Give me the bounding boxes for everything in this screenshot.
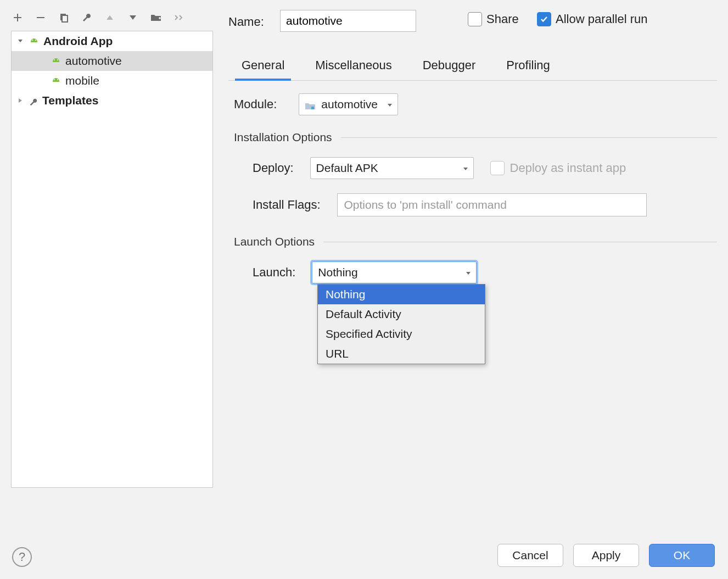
apply-button[interactable]: Apply xyxy=(573,544,639,567)
option-label: Default Activity xyxy=(326,308,401,320)
svg-rect-1 xyxy=(62,15,68,22)
deploy-instant-checkbox: Deploy as instant app xyxy=(490,161,626,175)
deploy-select[interactable]: Default APK xyxy=(310,157,474,179)
install-flags-label: Install Flags: xyxy=(253,198,321,212)
tree-node-templates[interactable]: Templates xyxy=(12,91,212,110)
android-icon xyxy=(51,76,61,86)
launch-options-header: Launch Options xyxy=(234,235,717,248)
tree-toolbar xyxy=(11,11,186,24)
checkbox-icon xyxy=(468,12,482,26)
name-input[interactable] xyxy=(280,10,416,32)
wrench-icon xyxy=(29,96,38,105)
svg-point-5 xyxy=(57,59,58,60)
tab-label: Profiling xyxy=(506,58,550,72)
android-icon xyxy=(51,56,61,66)
overflow-icon[interactable] xyxy=(172,11,186,24)
android-icon xyxy=(29,36,39,46)
move-up-icon[interactable] xyxy=(103,11,116,24)
checkbox-icon xyxy=(490,161,505,175)
deploy-instant-label: Deploy as instant app xyxy=(510,161,626,175)
svg-point-3 xyxy=(35,40,36,41)
launch-option-specified-activity[interactable]: Specified Activity xyxy=(318,324,485,344)
help-button[interactable]: ? xyxy=(12,547,32,567)
share-label: Share xyxy=(486,12,519,26)
tree-node-automotive[interactable]: automotive xyxy=(12,51,212,71)
name-label: Name: xyxy=(228,15,264,29)
svg-point-7 xyxy=(57,79,58,80)
tab-debugger[interactable]: Debugger xyxy=(421,55,478,80)
tab-label: Debugger xyxy=(423,58,476,72)
folder-add-icon[interactable] xyxy=(149,11,163,24)
launch-option-nothing[interactable]: Nothing xyxy=(318,285,485,304)
chevron-down-icon xyxy=(465,266,472,279)
cancel-button[interactable]: Cancel xyxy=(497,544,563,567)
tree-node-label: automotive xyxy=(65,54,122,68)
tree-node-mobile[interactable]: mobile xyxy=(12,71,212,91)
chevron-down-icon xyxy=(16,37,25,46)
module-value: automotive xyxy=(321,98,378,111)
tab-general[interactable]: General xyxy=(239,55,287,80)
button-label: OK xyxy=(674,549,690,562)
tree-node-android-app[interactable]: Android App xyxy=(12,31,212,51)
remove-icon[interactable] xyxy=(34,11,47,24)
divider xyxy=(323,242,717,242)
chevron-down-icon xyxy=(387,98,393,111)
allow-parallel-label: Allow parallel run xyxy=(556,12,648,26)
dialog-footer: Cancel Apply OK xyxy=(497,544,715,567)
section-label: Launch Options xyxy=(234,235,315,248)
share-checkbox[interactable]: Share xyxy=(468,12,519,26)
config-tabs: General Miscellaneous Debugger Profiling xyxy=(228,48,717,81)
ok-button[interactable]: OK xyxy=(649,544,715,567)
allow-parallel-checkbox[interactable]: Allow parallel run xyxy=(537,12,648,26)
move-down-icon[interactable] xyxy=(126,11,139,24)
module-select[interactable]: automotive xyxy=(299,93,398,115)
checkbox-checked-icon xyxy=(537,12,551,26)
svg-rect-8 xyxy=(311,107,314,109)
module-label: Module: xyxy=(234,97,277,112)
svg-point-6 xyxy=(54,79,55,80)
tab-label: Miscellaneous xyxy=(315,58,391,72)
button-label: Apply xyxy=(592,549,621,562)
tab-miscellaneous[interactable]: Miscellaneous xyxy=(313,55,394,80)
folder-icon xyxy=(305,100,316,109)
wrench-icon[interactable] xyxy=(80,11,93,24)
chevron-right-icon xyxy=(16,96,25,105)
launch-option-url[interactable]: URL xyxy=(318,344,485,364)
tab-profiling[interactable]: Profiling xyxy=(504,55,552,80)
configurations-tree[interactable]: Android App automotive mobile Templates xyxy=(11,31,213,488)
deploy-value: Default APK xyxy=(316,162,378,175)
tree-node-label: Templates xyxy=(42,94,98,107)
launch-select[interactable]: Nothing xyxy=(312,261,477,283)
installation-options-header: Installation Options xyxy=(234,131,717,144)
tree-node-label: mobile xyxy=(65,74,99,87)
add-icon[interactable] xyxy=(11,11,24,24)
launch-option-default-activity[interactable]: Default Activity xyxy=(318,304,485,324)
tree-node-label: Android App xyxy=(43,35,113,48)
divider xyxy=(341,137,717,138)
launch-label: Launch: xyxy=(253,265,295,280)
launch-select-popup[interactable]: Nothing Default Activity Specified Activ… xyxy=(317,284,485,364)
copy-icon[interactable] xyxy=(57,11,70,24)
install-flags-input[interactable] xyxy=(337,193,647,216)
svg-point-2 xyxy=(32,40,33,41)
svg-point-4 xyxy=(54,59,55,60)
deploy-label: Deploy: xyxy=(253,161,294,175)
launch-value: Nothing xyxy=(318,266,357,279)
help-icon: ? xyxy=(19,550,25,564)
button-label: Cancel xyxy=(512,549,548,562)
tab-label: General xyxy=(242,58,284,72)
option-label: Specified Activity xyxy=(326,327,412,340)
section-label: Installation Options xyxy=(234,131,332,144)
chevron-down-icon xyxy=(462,162,469,175)
option-label: Nothing xyxy=(326,288,365,300)
option-label: URL xyxy=(326,347,349,360)
